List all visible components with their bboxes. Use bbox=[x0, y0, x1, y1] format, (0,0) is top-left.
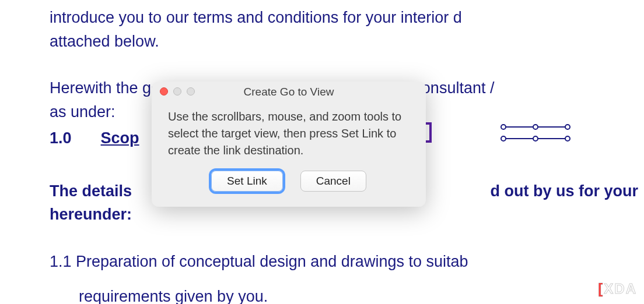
svg-point-3 bbox=[533, 125, 538, 129]
create-go-to-view-dialog: Create Go to View Use the scrollbars, mo… bbox=[152, 82, 426, 207]
annotation-handle-icon[interactable] bbox=[501, 124, 570, 142]
xda-watermark: [XDA bbox=[598, 281, 637, 297]
dialog-body: Use the scrollbars, mouse, and zoom tool… bbox=[152, 102, 426, 207]
cancel-button[interactable]: Cancel bbox=[300, 171, 366, 192]
doc-details-left: The details bbox=[50, 179, 132, 203]
svg-point-2 bbox=[501, 125, 506, 129]
svg-point-7 bbox=[565, 136, 570, 141]
watermark-rest: DA bbox=[614, 281, 637, 296]
doc-scope-num: 1.0 bbox=[50, 126, 72, 150]
dialog-message: Use the scrollbars, mouse, and zoom tool… bbox=[168, 108, 410, 159]
doc-details-right: d out by us for your bbox=[491, 179, 639, 203]
svg-point-5 bbox=[501, 136, 506, 141]
doc-req-line: requirements given by you. bbox=[3, 285, 644, 304]
svg-point-4 bbox=[565, 125, 570, 129]
watermark-bracket: [ bbox=[598, 281, 604, 296]
set-link-button[interactable]: Set Link bbox=[211, 171, 283, 192]
doc-scope-label: Scop bbox=[101, 126, 139, 150]
doc-line-attached: attached below. bbox=[3, 30, 644, 54]
maximize-icon[interactable] bbox=[187, 87, 195, 96]
doc-line-intro: introduce you to our terms and condition… bbox=[3, 6, 644, 30]
close-icon[interactable] bbox=[160, 87, 168, 96]
doc-prep-line: 1.1 Preparation of conceptual design and… bbox=[3, 250, 644, 274]
window-traffic-lights bbox=[160, 87, 195, 96]
dialog-button-row: Set Link Cancel bbox=[168, 171, 410, 196]
minimize-icon[interactable] bbox=[173, 87, 181, 96]
svg-point-6 bbox=[533, 136, 538, 141]
watermark-x: X bbox=[604, 281, 614, 296]
dialog-titlebar: Create Go to View bbox=[152, 82, 426, 102]
dialog-title: Create Go to View bbox=[244, 86, 334, 98]
